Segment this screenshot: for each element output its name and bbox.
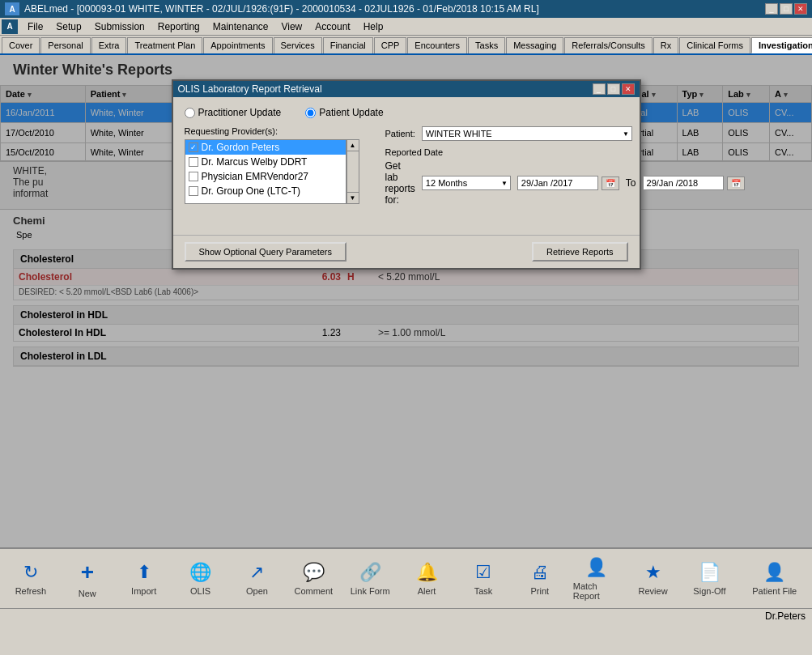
radio-practitioner-update[interactable]: Practitioner Update (185, 107, 282, 118)
tab-tasks[interactable]: Tasks (468, 37, 505, 53)
toolbar-patient-file-button[interactable]: 👤 Patient File (740, 551, 809, 606)
tab-extra[interactable]: Extra (91, 37, 127, 53)
tab-encounters[interactable]: Encounters (407, 37, 467, 53)
alert-label: Alert (418, 586, 436, 596)
from-date-input[interactable] (517, 176, 598, 190)
tab-rx[interactable]: Rx (653, 37, 678, 53)
provider-list-scrollbar[interactable]: ▲ ▼ (346, 139, 359, 204)
patient-file-label: Patient File (752, 586, 797, 596)
menu-account[interactable]: Account (308, 19, 356, 34)
menu-help[interactable]: Help (357, 19, 390, 34)
toolbar-print-button[interactable]: 🖨 Print (512, 551, 568, 606)
provider-section: Requesting Provider(s): ✓ Dr. Gordon Pet… (185, 126, 628, 215)
tab-messaging[interactable]: Messaging (506, 37, 563, 53)
patient-select[interactable]: WINTER WHITE (422, 126, 632, 141)
provider-check-0[interactable]: ✓ (189, 142, 198, 152)
provider-with-scroll: ✓ Dr. Gordon Peters Dr. Marcus Welby DDR… (185, 139, 359, 204)
modal-maximize-button[interactable]: □ (607, 83, 620, 95)
radio-patient-input[interactable] (305, 108, 316, 118)
toolbar-alert-button[interactable]: 🔔 Alert (399, 551, 454, 606)
to-date-picker-button[interactable]: 📅 (727, 177, 745, 190)
tab-services[interactable]: Services (274, 37, 322, 53)
tab-treatment-plan[interactable]: Treatment Plan (127, 37, 202, 53)
import-icon: ⬆ (137, 562, 151, 583)
menu-maintenance[interactable]: Maintenance (206, 19, 275, 34)
menu-bar: A File Setup Submission Reporting Mainte… (0, 18, 812, 36)
modal-body: Practitioner Update Patient Update Reque… (173, 97, 640, 235)
link-form-icon: 🔗 (359, 562, 381, 583)
olis-icon: 🌐 (189, 562, 211, 583)
scroll-down-button[interactable]: ▼ (347, 192, 359, 203)
patient-select-wrapper: WINTER WHITE (422, 126, 632, 141)
toolbar-review-button[interactable]: ★ Review (626, 551, 681, 606)
task-icon: ☑ (475, 562, 491, 583)
radio-practitioner-input[interactable] (185, 108, 195, 118)
bottom-toolbar: ↻ Refresh + New ⬆ Import 🌐 OLIS ↗ Open 💬… (0, 547, 812, 608)
toolbar-new-button[interactable]: + New (60, 551, 115, 606)
provider-item-3[interactable]: Dr. Group One (LTC-T) (185, 184, 346, 198)
toolbar-open-button[interactable]: ↗ Open (230, 551, 285, 606)
patient-row: Patient: WINTER WHITE (385, 126, 745, 141)
menu-reporting[interactable]: Reporting (151, 19, 206, 34)
match-report-icon: 👤 (585, 557, 607, 578)
tab-personal[interactable]: Personal (40, 37, 90, 53)
tab-cpp[interactable]: CPP (374, 37, 407, 53)
toolbar-task-button[interactable]: ☑ Task (456, 551, 511, 606)
tab-investigations[interactable]: Investigations (751, 37, 812, 53)
comment-label: Comment (294, 586, 333, 596)
scroll-up-button[interactable]: ▲ (347, 140, 359, 151)
toolbar-comment-button[interactable]: 💬 Comment (286, 551, 341, 606)
show-optional-params-button[interactable]: Show Optional Query Parameters (185, 242, 346, 262)
tab-cover[interactable]: Cover (2, 37, 40, 53)
toolbar-sign-off-button[interactable]: 📄 Sign-Off (682, 551, 738, 606)
right-side: Patient: WINTER WHITE Reported Date (372, 126, 745, 215)
alert-icon: 🔔 (416, 562, 438, 583)
toolbar-link-form-button[interactable]: 🔗 Link Form (342, 551, 397, 606)
maximize-button[interactable]: □ (780, 3, 793, 15)
comment-icon: 💬 (303, 562, 325, 583)
modal-title-text: OLIS Laboratory Report Retrieval (178, 83, 322, 95)
menu-setup[interactable]: Setup (49, 19, 87, 34)
provider-item-2[interactable]: Physician EMRVendor27 (185, 169, 346, 184)
toolbar-import-button[interactable]: ⬆ Import (117, 551, 172, 606)
tab-financial[interactable]: Financial (323, 37, 373, 53)
toolbar-olis-button[interactable]: 🌐 OLIS (173, 551, 228, 606)
print-icon: 🖨 (531, 562, 549, 583)
modal-footer: Show Optional Query Parameters Retrieve … (173, 235, 640, 268)
minimize-button[interactable]: _ (765, 3, 778, 15)
radio-patient-update[interactable]: Patient Update (305, 107, 383, 118)
menu-file[interactable]: File (21, 19, 49, 34)
menu-view[interactable]: View (274, 19, 308, 34)
to-date-row: 📅 (643, 176, 745, 190)
modal-minimize-button[interactable]: _ (593, 83, 606, 95)
import-label: Import (131, 586, 156, 596)
modal-close-button[interactable]: ✕ (622, 83, 635, 95)
get-lab-label: Get lab reports for: (385, 160, 415, 206)
provider-check-1[interactable] (189, 157, 198, 167)
from-date-picker-button[interactable]: 📅 (602, 177, 619, 190)
to-date-input[interactable] (643, 176, 724, 190)
provider-list[interactable]: ✓ Dr. Gordon Peters Dr. Marcus Welby DDR… (185, 139, 346, 204)
reported-date-section: Reported Date Get lab reports for: 1 Mon… (385, 147, 745, 206)
months-select[interactable]: 1 Month 3 Months 6 Months 12 Months 24 M… (422, 176, 511, 190)
tab-appointments[interactable]: Appointments (203, 37, 272, 53)
reported-date-label: Reported Date (385, 147, 745, 157)
retrieve-reports-button[interactable]: Retrieve Reports (532, 242, 628, 262)
provider-item-1[interactable]: Dr. Marcus Welby DDRT (185, 155, 346, 169)
tab-referrals[interactable]: Referrals/Consults (564, 37, 652, 53)
main-content: Winter White's Reports Date ▾ Patient ▾ … (0, 55, 812, 547)
provider-item-0[interactable]: ✓ Dr. Gordon Peters (185, 140, 346, 155)
menu-submission[interactable]: Submission (88, 19, 151, 34)
provider-check-3[interactable] (189, 186, 198, 196)
review-icon: ★ (645, 562, 661, 583)
status-bar: Dr.Peters (0, 608, 812, 623)
olis-label: OLIS (190, 586, 210, 596)
toolbar-refresh-button[interactable]: ↻ Refresh (3, 551, 58, 606)
status-text: Dr.Peters (765, 610, 806, 622)
provider-check-2[interactable] (189, 172, 198, 181)
open-label: Open (246, 586, 268, 596)
toolbar-match-report-button[interactable]: 👤 Match Report (569, 551, 624, 606)
modal-title-bar: OLIS Laboratory Report Retrieval _ □ ✕ (173, 81, 640, 97)
close-button[interactable]: ✕ (794, 3, 807, 15)
tab-clinical-forms[interactable]: Clinical Forms (679, 37, 750, 53)
